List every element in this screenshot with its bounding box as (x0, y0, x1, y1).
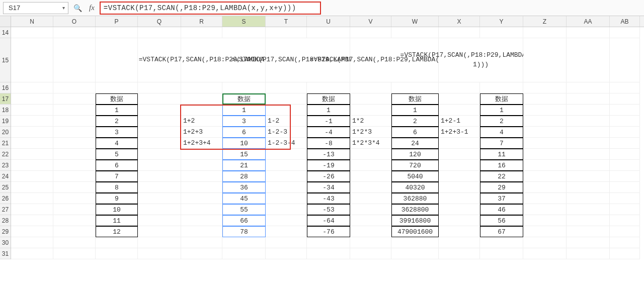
cell[interactable] (181, 248, 222, 259)
data-header-S-selected[interactable]: 数据 (222, 93, 266, 105)
select-all-corner[interactable] (0, 16, 11, 27)
cell-U20[interactable]: -4 (307, 127, 350, 138)
cell[interactable] (480, 82, 523, 93)
cell[interactable] (11, 93, 53, 105)
cell[interactable] (138, 193, 181, 204)
cell-P26[interactable]: 9 (96, 193, 138, 204)
cell-R28[interactable] (181, 215, 222, 226)
cell[interactable] (96, 82, 138, 93)
cell[interactable] (610, 93, 640, 105)
cell-U19[interactable]: -1 (307, 116, 350, 127)
cell[interactable] (181, 93, 222, 105)
col-header[interactable]: N (11, 16, 53, 27)
cell[interactable] (567, 105, 610, 116)
cell[interactable] (181, 82, 222, 93)
cell-W28[interactable]: 39916800 (391, 215, 439, 226)
cell[interactable] (391, 27, 439, 38)
cell-U23[interactable]: -19 (307, 160, 350, 171)
cell-X25[interactable] (439, 182, 480, 193)
cell[interactable] (523, 93, 567, 105)
cell[interactable] (53, 215, 96, 226)
cell-V18[interactable] (350, 105, 391, 116)
cell-U18[interactable]: 1 (307, 105, 350, 116)
cell-Y20[interactable]: 4 (480, 127, 523, 138)
cell[interactable] (138, 215, 181, 226)
cell-V23[interactable] (350, 160, 391, 171)
cell[interactable] (53, 138, 96, 149)
cell-V25[interactable] (350, 182, 391, 193)
cell[interactable] (610, 204, 640, 215)
cell-P24[interactable]: 7 (96, 171, 138, 182)
cell-W22[interactable]: 120 (391, 149, 439, 160)
cell-S19[interactable]: 3 (222, 116, 266, 127)
cell[interactable] (610, 82, 640, 93)
cell[interactable] (350, 82, 391, 93)
cell[interactable] (53, 171, 96, 182)
cell[interactable] (439, 248, 480, 259)
cell[interactable] (610, 171, 640, 182)
cell[interactable] (11, 149, 53, 160)
cell[interactable] (523, 237, 567, 248)
cell[interactable] (567, 27, 610, 38)
cell-P25[interactable]: 8 (96, 182, 138, 193)
cell-T21[interactable]: 1-2-3-4 (266, 138, 307, 149)
col-header[interactable]: W (391, 16, 439, 27)
cell-V24[interactable] (350, 171, 391, 182)
cell-U21[interactable]: -8 (307, 138, 350, 149)
cell-V27[interactable] (350, 204, 391, 215)
cell-X20[interactable]: 1+2+3-1 (439, 127, 480, 138)
cell[interactable] (11, 171, 53, 182)
cell[interactable] (53, 226, 96, 237)
cell[interactable] (53, 204, 96, 215)
cell-U22[interactable]: -13 (307, 149, 350, 160)
cell-R21[interactable]: 1+2+3+4 (181, 138, 222, 149)
cell-U24[interactable]: -26 (307, 171, 350, 182)
cell-X29[interactable] (439, 226, 480, 237)
cell-P29[interactable]: 12 (96, 226, 138, 237)
row-header-selected[interactable]: 17 (0, 93, 11, 105)
cell-X19[interactable]: 1+2-1 (439, 116, 480, 127)
cell-Y23[interactable]: 16 (480, 160, 523, 171)
cell-Y18[interactable]: 1 (480, 105, 523, 116)
cell[interactable] (610, 38, 640, 82)
cell-P19[interactable]: 2 (96, 116, 138, 127)
cell[interactable] (523, 38, 567, 82)
cell-T23[interactable] (266, 160, 307, 171)
cell-S22[interactable]: 15 (222, 149, 266, 160)
cell-Y27[interactable]: 46 (480, 204, 523, 215)
col-header[interactable]: Q (138, 16, 181, 27)
cell-R20[interactable]: 1+2+3 (181, 127, 222, 138)
cell[interactable] (391, 237, 439, 248)
cell[interactable] (567, 127, 610, 138)
cell[interactable] (11, 138, 53, 149)
row-header[interactable]: 21 (0, 138, 11, 149)
cell[interactable] (567, 237, 610, 248)
cell[interactable] (567, 82, 610, 93)
cell[interactable] (96, 237, 138, 248)
cell[interactable] (523, 182, 567, 193)
cell[interactable] (567, 138, 610, 149)
cell[interactable] (567, 204, 610, 215)
cell[interactable] (523, 171, 567, 182)
cell[interactable] (350, 248, 391, 259)
cell[interactable] (523, 160, 567, 171)
cell[interactable] (266, 27, 307, 38)
cell-W24[interactable]: 5040 (391, 171, 439, 182)
cell-T20[interactable]: 1-2-3 (266, 127, 307, 138)
row-header[interactable]: 14 (0, 27, 11, 38)
cell[interactable] (480, 237, 523, 248)
cell-S20[interactable]: 6 (222, 127, 266, 138)
cell[interactable] (610, 27, 640, 38)
cell[interactable] (307, 82, 350, 93)
col-header[interactable]: AB (610, 16, 640, 27)
cell[interactable] (53, 38, 96, 82)
cell[interactable] (307, 248, 350, 259)
cell[interactable] (53, 182, 96, 193)
col-header[interactable]: Z (523, 16, 567, 27)
cell[interactable] (523, 248, 567, 259)
cell[interactable] (53, 248, 96, 259)
cell[interactable] (96, 38, 138, 82)
cell[interactable] (567, 171, 610, 182)
cell[interactable] (138, 171, 181, 182)
cell[interactable] (610, 116, 640, 127)
